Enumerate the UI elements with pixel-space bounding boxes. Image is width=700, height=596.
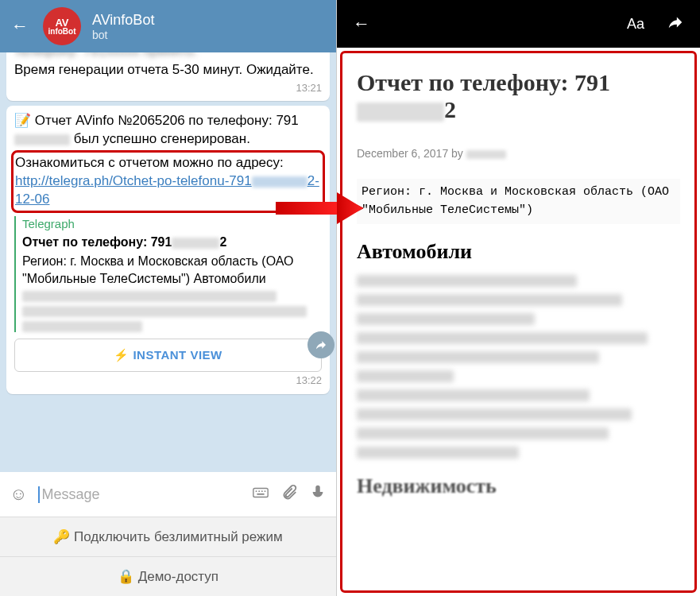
mic-icon[interactable] — [309, 484, 327, 505]
link-prefix: Ознакомиться с отчетом можно по адресу: — [15, 155, 284, 170]
telegraph-app: ← Aa Отчет по телефону: 7912 December 6,… — [337, 0, 700, 596]
message-time: 13:22 — [14, 373, 322, 388]
back-icon[interactable]: ← — [353, 14, 370, 34]
telegram-app: ← AV infoBot AVinfoBot bot телефону: 791… — [0, 0, 337, 596]
attach-icon[interactable] — [280, 484, 298, 505]
telegram-header: ← AV infoBot AVinfoBot bot — [0, 0, 336, 52]
message-1[interactable]: телефону: 791xxxxx принято. Время генера… — [6, 52, 330, 101]
svg-rect-6 — [276, 202, 339, 215]
preview-body: Регион: г. Москва и Московская область (… — [22, 253, 322, 287]
report-meta: December 6, 2017 by — [357, 147, 680, 160]
avatar-text-2: infoBot — [48, 28, 76, 36]
demo-access-button[interactable]: 🔒 Демо-доступ — [0, 556, 336, 596]
emoji-icon[interactable]: ☺ — [10, 484, 27, 505]
bot-status: bot — [92, 29, 154, 41]
annotation-arrow — [272, 184, 367, 235]
section-realestate: Недвижимость — [357, 474, 680, 498]
avatar-text-1: AV — [55, 17, 68, 28]
blurred-content — [357, 275, 680, 459]
messages-area: телефону: 791xxxxx принято. Время генера… — [0, 52, 336, 472]
message-input[interactable]: Message — [38, 486, 241, 503]
section-automobiles: Автомобили — [357, 240, 680, 264]
keyboard-icon[interactable] — [252, 484, 269, 505]
svg-point-3 — [261, 490, 263, 492]
svg-rect-0 — [253, 488, 268, 497]
font-size-button[interactable]: Aa — [627, 16, 644, 33]
bot-title-block[interactable]: AVinfoBot bot — [92, 12, 154, 41]
message-text: 📝 Отчет AVinfo №2065206 по телефону: 791… — [14, 112, 322, 149]
svg-point-4 — [265, 490, 266, 492]
unlimited-mode-button[interactable]: 🔑 Подключить безлимитный режим — [0, 517, 336, 556]
bot-avatar[interactable]: AV infoBot — [43, 7, 81, 45]
svg-point-2 — [258, 490, 260, 492]
message-2[interactable]: 📝 Отчет AVinfo №2065206 по телефону: 791… — [6, 106, 330, 394]
share-icon[interactable] — [307, 331, 335, 358]
svg-point-1 — [256, 490, 257, 492]
bot-name: AVinfoBot — [92, 12, 154, 29]
back-icon[interactable]: ← — [11, 16, 29, 37]
message-text: телефону: 791xxxxx принято. Время генера… — [14, 52, 322, 79]
share-icon[interactable] — [667, 14, 684, 34]
preview-title: Отчет по телефону: 7912 — [22, 234, 322, 251]
instant-view-button[interactable]: ⚡ INSTANT VIEW — [14, 339, 322, 372]
message-time: 13:21 — [14, 81, 322, 95]
telegraph-header: ← Aa — [337, 0, 700, 48]
message-input-bar: ☺ Message — [0, 472, 336, 517]
telegraph-content[interactable]: Отчет по телефону: 7912 December 6, 2017… — [340, 51, 697, 593]
svg-rect-5 — [257, 493, 264, 494]
region-info: Регион: г. Москва и Московская область (… — [357, 179, 680, 224]
report-title: Отчет по телефону: 7912 — [357, 69, 680, 123]
